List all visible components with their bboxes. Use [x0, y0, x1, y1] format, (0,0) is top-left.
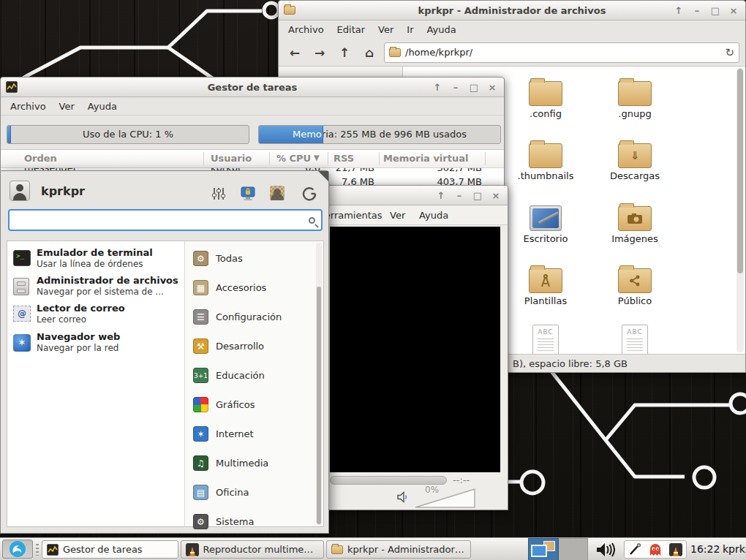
taskbar-task-reproductor[interactable]: Reproductor multimedi...	[181, 540, 324, 559]
scrollbar-thumb[interactable]	[737, 69, 743, 273]
file-item[interactable]: ABC	[598, 325, 671, 354]
file-item[interactable]: Imágenes	[598, 200, 671, 244]
file-item[interactable]: Escritorio	[509, 200, 582, 244]
rollup-icon[interactable]: ↑	[432, 82, 443, 93]
rollup-icon[interactable]: ↑	[673, 5, 685, 16]
user-switch-icon[interactable]	[270, 186, 285, 200]
launcher-file-manager[interactable]: Administrador de archivos Navegar por el…	[10, 273, 178, 301]
category-configuracion[interactable]: ☰ Configuración	[190, 307, 318, 329]
folder-icon	[529, 143, 562, 168]
search-box[interactable]	[8, 209, 323, 231]
menu-ayuda[interactable]: Ayuda	[421, 22, 463, 37]
reload-icon[interactable]: ↻	[725, 46, 734, 59]
minimize-icon[interactable]: –	[691, 5, 703, 16]
menu-ver[interactable]: Ver	[372, 22, 400, 37]
volume-slider[interactable]	[414, 487, 477, 509]
scrollbar-thumb[interactable]	[317, 287, 321, 524]
taskbar-task-file-manager[interactable]: kprkpr - Administrador ...	[326, 540, 471, 559]
column-cpu[interactable]: % CPU	[276, 153, 311, 164]
launcher-web-browser[interactable]: ✶ Navegador web Navegar por la red	[10, 330, 178, 357]
launcher-mail-reader[interactable]: @ Lector de correo Leer correo	[10, 301, 178, 329]
settings-category-icon: ☰	[193, 309, 208, 325]
media-player-titlebar[interactable]: ↑ – □ ×	[321, 186, 508, 205]
maximize-icon[interactable]: □	[472, 190, 483, 201]
maximize-icon[interactable]: □	[709, 5, 721, 16]
category-oficina[interactable]: ▤ Oficina	[190, 483, 318, 504]
close-icon[interactable]: ×	[490, 190, 502, 201]
volume-icon[interactable]	[596, 542, 615, 557]
menu-archivo[interactable]: Archivo	[4, 99, 53, 114]
development-icon: ⚒	[193, 338, 208, 354]
category-accesorios[interactable]: ▦ Accesorios	[190, 278, 318, 300]
file-manager-titlebar[interactable]: kprkpr - Administrador de archivos ↑ – □…	[279, 1, 745, 20]
workspace-2[interactable]	[559, 538, 588, 560]
menu-ver[interactable]: Ver	[53, 99, 81, 114]
column-rss[interactable]: RSS	[334, 153, 354, 164]
up-icon[interactable]: ↑	[334, 42, 355, 63]
avatar[interactable]	[10, 181, 30, 201]
applications-menu-button[interactable]	[2, 540, 33, 559]
ghost-tray-icon[interactable]	[649, 543, 662, 556]
category-todas[interactable]: ⚙ Todas	[190, 249, 318, 270]
rollup-icon[interactable]: ↑	[435, 190, 447, 201]
taskbar-task-gestor[interactable]: Gestor de tareas	[42, 540, 178, 559]
minimize-icon[interactable]: –	[453, 190, 465, 201]
category-multimedia[interactable]: ♫ Multimedia	[190, 453, 318, 475]
menu-ayuda[interactable]: Ayuda	[412, 208, 455, 223]
desktop-icon	[530, 205, 562, 231]
category-desarrollo[interactable]: ⚒ Desarrollo	[190, 336, 318, 358]
file-item[interactable]: .thumbnails	[509, 137, 582, 181]
close-icon[interactable]: ×	[728, 5, 739, 16]
speaker-icon[interactable]	[397, 491, 410, 503]
file-manager-menubar: Archivo Editar Ver Ir Ayuda	[279, 20, 745, 39]
column-usuario[interactable]: Usuario	[211, 153, 252, 164]
scrollbar[interactable]	[316, 243, 322, 525]
taskbar-username: kprkpr	[723, 543, 746, 555]
close-icon[interactable]: ×	[486, 82, 498, 93]
search-icon[interactable]	[309, 217, 315, 224]
category-internet[interactable]: ✶ Internet	[190, 424, 318, 446]
task-manager-titlebar[interactable]: Gestor de tareas ↑ – □ ×	[1, 77, 504, 97]
scrollbar[interactable]	[736, 68, 744, 352]
back-icon[interactable]: ←	[285, 42, 305, 63]
logout-icon[interactable]	[301, 185, 318, 203]
path-field[interactable]: /home/kprkpr/ ↻	[384, 42, 739, 63]
workspace-switcher[interactable]	[528, 538, 588, 560]
seek-slider[interactable]	[330, 476, 447, 485]
category-graficos[interactable]: Gráficos	[190, 395, 318, 417]
menu-ver[interactable]: Ver	[383, 208, 412, 223]
system-icon: ⚙	[193, 514, 208, 529]
category-sistema[interactable]: ⚙ Sistema	[190, 512, 318, 534]
category-educacion[interactable]: 3+1 Educación	[190, 366, 318, 387]
home-icon[interactable]: ⌂	[359, 42, 380, 63]
search-input[interactable]	[15, 215, 309, 226]
forward-icon[interactable]: →	[309, 42, 330, 63]
menu-editar[interactable]: Editar	[331, 22, 372, 37]
media-player-window: ↑ – □ × Herramientas Ver Ayuda --:-- 0%	[320, 185, 508, 510]
clock[interactable]: 16:22	[690, 543, 720, 555]
column-orden[interactable]: Orden	[24, 153, 57, 164]
file-item[interactable]: .gnupg	[598, 75, 671, 119]
minimize-icon[interactable]: –	[450, 82, 461, 93]
menu-ir[interactable]: Ir	[400, 22, 420, 37]
folder-icon	[529, 81, 562, 106]
launcher-terminal[interactable]: >_ Emulador de terminal Usar la línea de…	[10, 246, 178, 273]
file-item[interactable]: .config	[509, 75, 582, 119]
maximize-icon[interactable]: □	[468, 82, 480, 93]
menu-archivo[interactable]: Archivo	[282, 22, 331, 37]
panel-handle[interactable]	[36, 544, 39, 556]
media-player-tray-icon[interactable]	[669, 543, 682, 556]
lock-screen-icon[interactable]	[239, 185, 257, 203]
file-item[interactable]: ABC	[509, 325, 582, 354]
file-item[interactable]: Plantillas	[509, 262, 582, 306]
stylus-tray-icon[interactable]	[628, 543, 641, 556]
graphics-icon	[193, 397, 208, 412]
menu-ayuda[interactable]: Ayuda	[81, 99, 124, 114]
column-memoria-virtual[interactable]: Memoria virtual	[383, 153, 468, 164]
task-manager-icon	[6, 81, 18, 93]
accessories-icon: ▦	[193, 280, 208, 295]
file-item[interactable]: Público	[598, 262, 671, 306]
workspace-1[interactable]	[528, 538, 559, 560]
file-item[interactable]: ⇓ Descargas	[598, 137, 671, 181]
settings-icon[interactable]	[210, 185, 227, 203]
